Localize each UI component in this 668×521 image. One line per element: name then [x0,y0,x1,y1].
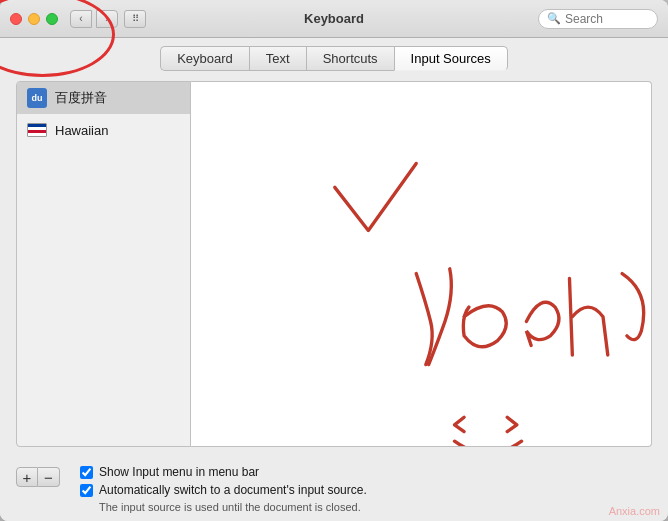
forward-button[interactable]: › [96,10,118,28]
hawaiian-icon-wrapper [27,120,47,140]
auto-switch-label: Automatically switch to a document's inp… [99,483,367,497]
watermark: Anxia.com [609,505,660,517]
options-panel: Show Input menu in menu bar Automaticall… [80,465,367,513]
source-item-hawaiian[interactable]: Hawaiian [17,114,190,146]
source-item-baidu[interactable]: du 百度拼音 [17,82,190,114]
hawaiian-icon [27,123,47,137]
maximize-button[interactable] [46,13,58,25]
tab-input-sources[interactable]: Input Sources [394,46,508,71]
remove-button[interactable]: − [38,467,60,487]
bottom-bar: + − Show Input menu in menu bar Automati… [0,457,668,521]
handwriting-svg [191,82,651,446]
tab-shortcuts[interactable]: Shortcuts [306,46,394,71]
show-input-menu-row: Show Input menu in menu bar [80,465,367,479]
tab-keyboard[interactable]: Keyboard [160,46,249,71]
traffic-lights [10,13,58,25]
auto-switch-row: Automatically switch to a document's inp… [80,483,367,497]
content-area: du 百度拼音 Hawaiian [0,71,668,457]
add-button[interactable]: + [16,467,38,487]
source-item-label-hawaiian: Hawaiian [55,123,108,138]
window-title: Keyboard [304,11,364,26]
source-list: du 百度拼音 Hawaiian [16,81,191,447]
hint-text: The input source is used until the docum… [99,501,367,513]
search-input[interactable] [565,12,655,26]
source-item-label-baidu: 百度拼音 [55,89,107,107]
title-bar: ‹ › ⠿ Keyboard 🔍 [0,0,668,38]
baidu-icon: du [27,88,47,108]
show-input-menu-label: Show Input menu in menu bar [99,465,259,479]
minimize-button[interactable] [28,13,40,25]
back-button[interactable]: ‹ [70,10,92,28]
auto-switch-checkbox[interactable] [80,484,93,497]
tab-text[interactable]: Text [249,46,306,71]
nav-buttons: ‹ › [70,10,118,28]
search-box[interactable]: 🔍 [538,9,658,29]
search-icon: 🔍 [547,12,561,25]
close-button[interactable] [10,13,22,25]
drawing-area [191,81,652,447]
grid-button[interactable]: ⠿ [124,10,146,28]
show-input-menu-checkbox[interactable] [80,466,93,479]
tab-bar: Keyboard Text Shortcuts Input Sources [0,38,668,71]
main-window: ‹ › ⠿ Keyboard 🔍 Keyboard Text Shortcuts… [0,0,668,521]
add-remove-controls: + − [16,467,60,487]
